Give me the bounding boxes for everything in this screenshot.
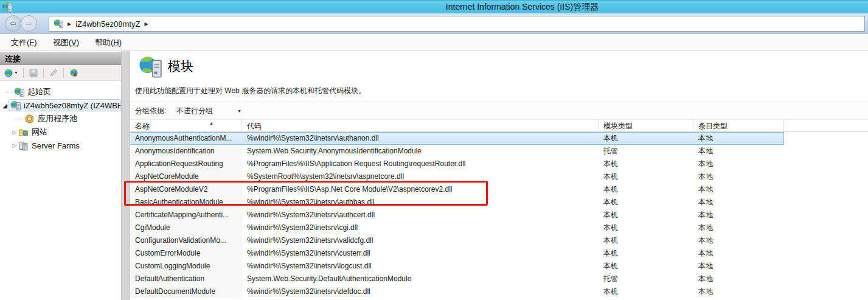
column-header-module-type[interactable]: 模块类型 xyxy=(599,120,693,132)
table-row[interactable]: AspNetCoreModuleV2 %ProgramFiles%\IIS\As… xyxy=(130,183,784,196)
expanded-triangle-icon[interactable]: ◢ xyxy=(1,102,9,109)
cell-name[interactable]: ApplicationRequestRouting xyxy=(130,158,242,170)
address-bar[interactable]: ▶ iZ4wbh5ez08mtyZ ▶ xyxy=(49,16,865,32)
cell-module-type[interactable]: 本机 xyxy=(599,158,693,170)
menu-help[interactable]: 帮助(H) xyxy=(95,37,122,48)
table-row[interactable]: ConfigurationValidationMo... %windir%\Sy… xyxy=(130,234,784,247)
sort-ascending-icon: ▲ xyxy=(209,120,214,130)
cell-module-type[interactable]: 本机 xyxy=(599,209,693,222)
cell-module-type[interactable]: 本机 xyxy=(599,285,693,298)
column-header-filler xyxy=(784,120,868,132)
cell-module-type[interactable]: 本机 xyxy=(599,222,693,234)
cell-code[interactable]: %windir%\System32\inetsrv\custerr.dll xyxy=(242,247,599,260)
cell-module-type[interactable]: 本机 xyxy=(599,183,693,196)
cell-entry-type[interactable]: 本地 xyxy=(693,183,784,196)
cell-name[interactable]: CustomErrorModule xyxy=(130,247,242,260)
cell-code[interactable]: %windir%\System32\inetsrv\logcust.dll xyxy=(242,260,599,273)
pane-splitter[interactable] xyxy=(122,51,130,300)
cell-entry-type[interactable]: 本地 xyxy=(693,285,784,298)
cell-module-type[interactable]: 本机 xyxy=(599,247,693,260)
cell-name[interactable]: ConfigurationValidationMo... xyxy=(130,234,242,247)
cell-name[interactable]: DefaultDocumentModule xyxy=(130,285,242,298)
group-by-dropdown[interactable]: 不进行分组 ▼ xyxy=(174,104,244,118)
forward-button[interactable]: ⇨ xyxy=(21,15,37,32)
table-row[interactable]: BasicAuthenticationModule %windir%\Syste… xyxy=(130,196,784,209)
dropdown-caret-icon[interactable]: ▼ xyxy=(14,71,18,75)
cell-code[interactable]: System.Web.Security.DefaultAuthenticatio… xyxy=(242,273,599,285)
cell-entry-type[interactable]: 本地 xyxy=(693,145,784,158)
column-header-code[interactable]: 代码 xyxy=(242,120,599,132)
cell-module-type[interactable]: 托管 xyxy=(599,273,693,285)
cell-module-type[interactable]: 本机 xyxy=(599,234,693,247)
cell-entry-type[interactable]: 本地 xyxy=(693,209,784,222)
connections-toolbar: ▼ xyxy=(0,65,121,81)
table-row[interactable]: DefaultAuthentication System.Web.Securit… xyxy=(130,273,784,285)
tree-item-start-page[interactable]: 起始页 xyxy=(0,85,121,99)
cell-code[interactable]: %windir%\System32\inetsrv\authcert.dll xyxy=(242,209,599,222)
collapsed-triangle-icon[interactable]: ▷ xyxy=(11,129,18,135)
cell-name[interactable]: AnonymousIdentification xyxy=(130,145,242,158)
cell-entry-type[interactable]: 本地 xyxy=(693,170,784,183)
table-row[interactable]: AspNetCoreModule %SystemRoot%\system32\i… xyxy=(130,170,784,183)
menu-view[interactable]: 视图(V) xyxy=(53,37,79,48)
cell-name[interactable]: CustomLoggingModule xyxy=(130,260,242,273)
column-header-entry-type[interactable]: 条目类型 xyxy=(693,120,784,132)
table-row[interactable]: CertificateMappingAuthenti... %windir%\S… xyxy=(130,209,784,222)
cell-name[interactable]: CgiModule xyxy=(130,222,242,234)
table-row[interactable]: ApplicationRequestRouting %ProgramFiles%… xyxy=(130,158,784,170)
cell-name[interactable]: BasicAuthenticationModule xyxy=(130,196,242,209)
delete-connection-icon[interactable] xyxy=(69,68,78,78)
collapsed-triangle-icon[interactable]: ▷ xyxy=(11,142,18,148)
cell-code[interactable]: %windir%\System32\inetsrv\defdoc.dll xyxy=(242,285,599,298)
cell-module-type[interactable]: 本机 xyxy=(599,132,693,145)
cell-module-type[interactable]: 本机 xyxy=(599,170,693,183)
cell-name[interactable]: CertificateMappingAuthenti... xyxy=(130,209,242,222)
back-button[interactable]: ⇦ xyxy=(5,15,21,32)
group-by-bar: 分组依据: 不进行分组 ▼ xyxy=(130,102,868,119)
cell-entry-type[interactable]: 本地 xyxy=(693,260,784,273)
table-row[interactable]: CgiModule %windir%\System32\inetsrv\cgi.… xyxy=(130,222,784,234)
cell-code[interactable]: %ProgramFiles%\IIS\Asp.Net Core Module\V… xyxy=(242,183,599,196)
toolbar-separator xyxy=(63,68,64,78)
cell-name[interactable]: AnonymousAuthenticationM... xyxy=(130,132,242,145)
table-row[interactable]: AnonymousAuthenticationM... %windir%\Sys… xyxy=(130,132,784,145)
cell-entry-type[interactable]: 本地 xyxy=(693,158,784,170)
cell-entry-type[interactable]: 本地 xyxy=(693,132,784,145)
cell-code[interactable]: %windir%\System32\inetsrv\cgi.dll xyxy=(242,222,599,234)
tree-item-server[interactable]: ◢ iZ4wbh5ez08mtyZ (IZ4WBH xyxy=(0,99,121,112)
cell-entry-type[interactable]: 本地 xyxy=(693,273,784,285)
cell-entry-type[interactable]: 本地 xyxy=(693,247,784,260)
cell-entry-type[interactable]: 本地 xyxy=(693,196,784,209)
menu-file[interactable]: 文件(F) xyxy=(11,37,37,48)
table-row[interactable]: CustomErrorModule %windir%\System32\inet… xyxy=(130,247,784,260)
cell-code[interactable]: %windir%\System32\inetsrv\authbas.dll xyxy=(242,196,599,209)
chevron-right-icon[interactable]: ▶ xyxy=(144,21,148,27)
tree-item-sites[interactable]: ▷ 网站 xyxy=(0,125,121,139)
cell-module-type[interactable]: 本机 xyxy=(599,260,693,273)
create-connection-icon[interactable]: ▼ xyxy=(4,68,18,78)
cell-module-type[interactable]: 本机 xyxy=(599,196,693,209)
cell-code[interactable]: %windir%\System32\inetsrv\authanon.dll xyxy=(242,132,599,145)
table-row[interactable]: CustomLoggingModule %windir%\System32\in… xyxy=(130,260,784,273)
title-bar: Internet Information Services (IIS)管理器 xyxy=(0,0,868,13)
column-header-name[interactable]: 名称 ▲ xyxy=(130,120,242,132)
feature-description: 使用此功能配置用于处理对 Web 服务器的请求的本机和托管代码模块。 xyxy=(135,86,366,96)
cell-module-type[interactable]: 托管 xyxy=(599,145,693,158)
tree-item-app-pools[interactable]: 应用程序池 xyxy=(0,112,121,125)
cell-name[interactable]: DefaultAuthentication xyxy=(130,273,242,285)
server-node-icon xyxy=(10,100,21,111)
table-row[interactable]: DefaultDocumentModule %windir%\System32\… xyxy=(130,285,784,298)
cell-code[interactable]: %windir%\System32\inetsrv\validcfg.dll xyxy=(242,234,599,247)
breadcrumb-server[interactable]: iZ4wbh5ez08mtyZ xyxy=(75,19,140,29)
tree-item-server-farms[interactable]: ▷ Server Farms xyxy=(0,139,121,152)
cell-entry-type[interactable]: 本地 xyxy=(693,234,784,247)
cell-entry-type[interactable]: 本地 xyxy=(693,222,784,234)
cell-code[interactable]: %ProgramFiles%\IIS\Application Request R… xyxy=(242,158,599,170)
table-row[interactable]: AnonymousIdentification System.Web.Secur… xyxy=(130,145,784,158)
cell-code[interactable]: System.Web.Security.AnonymousIdentificat… xyxy=(242,145,599,158)
chevron-right-icon[interactable]: ▶ xyxy=(68,21,71,27)
cell-name[interactable]: AspNetCoreModuleV2 xyxy=(130,183,242,196)
toolbar-separator xyxy=(43,68,44,78)
cell-name[interactable]: AspNetCoreModule xyxy=(130,170,242,183)
cell-code[interactable]: %SystemRoot%\system32\inetsrv\aspnetcore… xyxy=(242,170,599,183)
